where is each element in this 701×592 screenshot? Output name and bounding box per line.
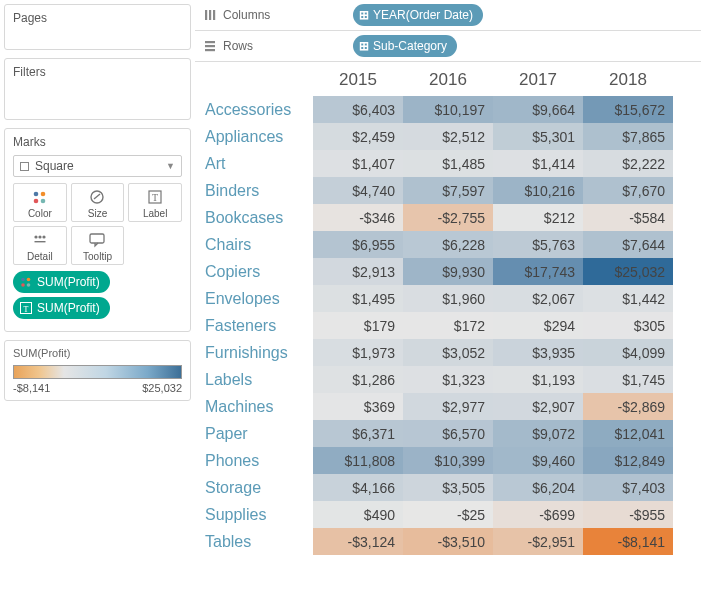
data-cell[interactable]: $10,216 xyxy=(493,177,583,204)
data-cell[interactable]: $7,403 xyxy=(583,474,673,501)
data-cell[interactable]: $1,407 xyxy=(313,150,403,177)
data-cell[interactable]: $5,763 xyxy=(493,231,583,258)
size-button[interactable]: Size xyxy=(71,183,125,222)
row-header[interactable]: Envelopes xyxy=(203,285,313,312)
data-cell[interactable]: $4,166 xyxy=(313,474,403,501)
detail-button[interactable]: Detail xyxy=(13,226,67,265)
data-cell[interactable]: $369 xyxy=(313,393,403,420)
data-cell[interactable]: $2,459 xyxy=(313,123,403,150)
row-header[interactable]: Bookcases xyxy=(203,204,313,231)
data-cell[interactable]: $1,960 xyxy=(403,285,493,312)
data-cell[interactable]: $12,849 xyxy=(583,447,673,474)
data-cell[interactable]: $5,301 xyxy=(493,123,583,150)
data-cell[interactable]: $25,032 xyxy=(583,258,673,285)
data-cell[interactable]: $490 xyxy=(313,501,403,528)
column-header[interactable]: 2015 xyxy=(313,62,403,96)
row-header[interactable]: Labels xyxy=(203,366,313,393)
data-cell[interactable]: $2,913 xyxy=(313,258,403,285)
row-header[interactable]: Phones xyxy=(203,447,313,474)
data-cell[interactable]: $2,907 xyxy=(493,393,583,420)
data-cell[interactable]: $2,222 xyxy=(583,150,673,177)
data-cell[interactable]: $7,670 xyxy=(583,177,673,204)
data-cell[interactable]: $6,204 xyxy=(493,474,583,501)
data-cell[interactable]: $1,745 xyxy=(583,366,673,393)
color-legend[interactable]: SUM(Profit) -$8,141 $25,032 xyxy=(4,340,191,401)
filters-shelf[interactable]: Filters xyxy=(4,58,191,120)
data-cell[interactable]: $2,977 xyxy=(403,393,493,420)
data-cell[interactable]: $6,403 xyxy=(313,96,403,123)
column-header[interactable]: 2017 xyxy=(493,62,583,96)
tooltip-button[interactable]: Tooltip xyxy=(71,226,125,265)
data-cell[interactable]: $1,442 xyxy=(583,285,673,312)
row-header[interactable]: Art xyxy=(203,150,313,177)
row-header[interactable]: Appliances xyxy=(203,123,313,150)
mark-type-dropdown[interactable]: Square ▼ xyxy=(13,155,182,177)
data-cell[interactable]: -$584 xyxy=(583,204,673,231)
data-cell[interactable]: -$2,951 xyxy=(493,528,583,555)
data-cell[interactable]: $4,099 xyxy=(583,339,673,366)
column-header[interactable]: 2018 xyxy=(583,62,673,96)
data-cell[interactable]: $1,485 xyxy=(403,150,493,177)
rows-shelf[interactable]: Rows ⊞ Sub-Category xyxy=(195,31,701,62)
row-header[interactable]: Binders xyxy=(203,177,313,204)
data-cell[interactable]: $2,067 xyxy=(493,285,583,312)
pages-shelf[interactable]: Pages xyxy=(4,4,191,50)
row-header[interactable]: Accessories xyxy=(203,96,313,123)
row-header[interactable]: Paper xyxy=(203,420,313,447)
color-encoding-pill[interactable]: SUM(Profit) xyxy=(13,271,110,293)
data-cell[interactable]: $6,570 xyxy=(403,420,493,447)
row-header[interactable]: Tables xyxy=(203,528,313,555)
data-cell[interactable]: -$346 xyxy=(313,204,403,231)
data-cell[interactable]: $6,371 xyxy=(313,420,403,447)
data-cell[interactable]: $179 xyxy=(313,312,403,339)
row-header[interactable]: Furnishings xyxy=(203,339,313,366)
row-header[interactable]: Storage xyxy=(203,474,313,501)
row-header[interactable]: Chairs xyxy=(203,231,313,258)
data-cell[interactable]: $3,935 xyxy=(493,339,583,366)
row-header[interactable]: Supplies xyxy=(203,501,313,528)
data-cell[interactable]: $3,052 xyxy=(403,339,493,366)
data-cell[interactable]: $3,505 xyxy=(403,474,493,501)
data-cell[interactable]: $1,495 xyxy=(313,285,403,312)
data-cell[interactable]: $212 xyxy=(493,204,583,231)
data-cell[interactable]: -$2,755 xyxy=(403,204,493,231)
data-cell[interactable]: $17,743 xyxy=(493,258,583,285)
data-cell[interactable]: $1,414 xyxy=(493,150,583,177)
data-cell[interactable]: $2,512 xyxy=(403,123,493,150)
data-cell[interactable]: -$3,124 xyxy=(313,528,403,555)
data-cell[interactable]: $1,193 xyxy=(493,366,583,393)
row-header[interactable]: Fasteners xyxy=(203,312,313,339)
data-cell[interactable]: $305 xyxy=(583,312,673,339)
data-cell[interactable]: $9,930 xyxy=(403,258,493,285)
data-cell[interactable]: -$8,141 xyxy=(583,528,673,555)
data-cell[interactable]: -$955 xyxy=(583,501,673,528)
row-header[interactable]: Machines xyxy=(203,393,313,420)
color-button[interactable]: Color xyxy=(13,183,67,222)
data-cell[interactable]: $1,323 xyxy=(403,366,493,393)
data-cell[interactable]: -$699 xyxy=(493,501,583,528)
data-cell[interactable]: $294 xyxy=(493,312,583,339)
data-cell[interactable]: $9,664 xyxy=(493,96,583,123)
data-cell[interactable]: $7,644 xyxy=(583,231,673,258)
label-button[interactable]: T Label xyxy=(128,183,182,222)
data-cell[interactable]: $10,197 xyxy=(403,96,493,123)
data-cell[interactable]: $6,228 xyxy=(403,231,493,258)
data-cell[interactable]: $9,072 xyxy=(493,420,583,447)
data-cell[interactable]: $9,460 xyxy=(493,447,583,474)
data-cell[interactable]: $12,041 xyxy=(583,420,673,447)
data-cell[interactable]: -$25 xyxy=(403,501,493,528)
data-cell[interactable]: $172 xyxy=(403,312,493,339)
data-cell[interactable]: $1,973 xyxy=(313,339,403,366)
data-cell[interactable]: $4,740 xyxy=(313,177,403,204)
columns-pill[interactable]: ⊞ YEAR(Order Date) xyxy=(353,4,483,26)
data-cell[interactable]: -$3,510 xyxy=(403,528,493,555)
data-cell[interactable]: $7,865 xyxy=(583,123,673,150)
data-cell[interactable]: $10,399 xyxy=(403,447,493,474)
data-cell[interactable]: $15,672 xyxy=(583,96,673,123)
label-encoding-pill[interactable]: T SUM(Profit) xyxy=(13,297,110,319)
column-header[interactable]: 2016 xyxy=(403,62,493,96)
rows-pill[interactable]: ⊞ Sub-Category xyxy=(353,35,457,57)
columns-shelf[interactable]: Columns ⊞ YEAR(Order Date) xyxy=(195,0,701,31)
row-header[interactable]: Copiers xyxy=(203,258,313,285)
data-cell[interactable]: $7,597 xyxy=(403,177,493,204)
